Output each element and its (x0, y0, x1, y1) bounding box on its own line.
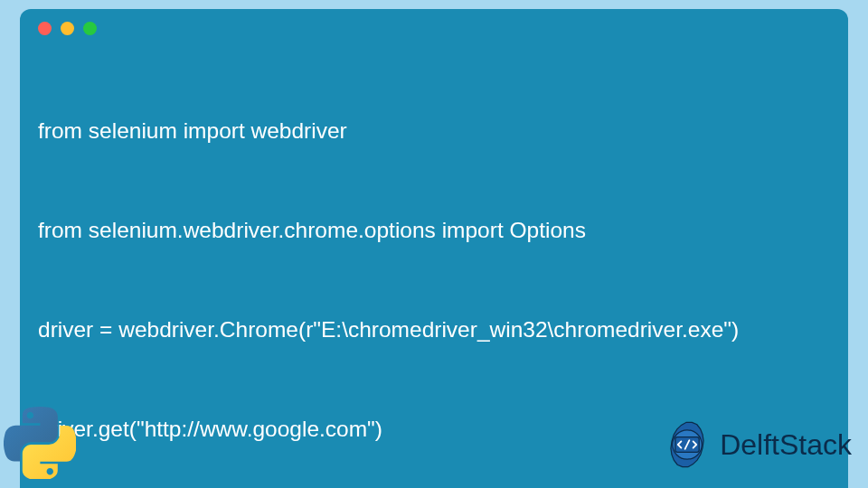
window-controls (38, 22, 830, 35)
python-logo-icon (4, 407, 76, 479)
close-icon (38, 22, 52, 35)
brand: DelftStack (660, 418, 852, 472)
code-line: driver = webdriver.Chrome(r"E:\chromedri… (38, 314, 830, 347)
minimize-icon (61, 22, 74, 35)
delftstack-logo-icon (660, 418, 714, 472)
brand-name: DelftStack (720, 428, 852, 462)
code-line: from selenium.webdriver.chrome.options i… (38, 214, 830, 248)
code-line: from selenium import webdriver (38, 115, 830, 148)
code-card: from selenium import webdriver from sele… (20, 9, 848, 488)
maximize-icon (83, 22, 97, 35)
